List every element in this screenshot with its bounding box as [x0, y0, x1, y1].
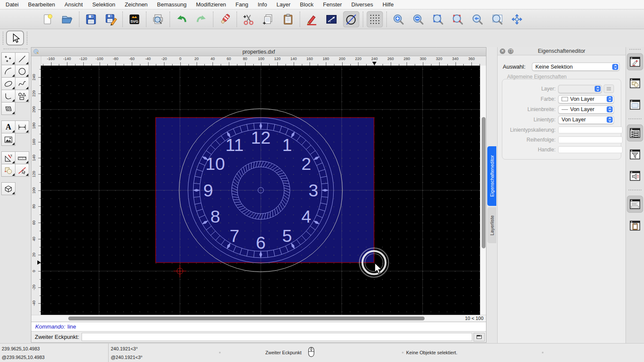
tab-layerliste[interactable]: Layerliste [487, 207, 496, 243]
toolbar-button-zoom-select[interactable] [450, 11, 466, 27]
toolbar-button-cut[interactable] [240, 11, 257, 27]
toolbar-button-redo[interactable] [193, 11, 210, 27]
toolbar-button-zoom-auto[interactable] [430, 11, 446, 27]
selection-select[interactable]: Keine Selektion [532, 63, 620, 71]
menu-item-datei[interactable]: Datei [1, 0, 23, 9]
dock-button-shapes-dock[interactable] [627, 75, 643, 92]
vertical-scrollbar[interactable] [480, 66, 486, 315]
linetype-select[interactable]: Von Layer [558, 116, 614, 124]
toolbar-button-pencil-draw[interactable] [304, 11, 320, 27]
order-field[interactable] [558, 136, 623, 143]
v-ruler-label: 180 [32, 120, 36, 132]
drawing-canvas[interactable]: 121234567891011 [41, 66, 480, 315]
svg-text:10: 10 [205, 154, 225, 174]
toolbar-button-open-folder[interactable] [59, 11, 76, 27]
menu-item-layer[interactable]: Layer [272, 0, 295, 9]
dock-button-list-dock[interactable] [627, 124, 643, 142]
dock-button-blank-dock[interactable] [627, 96, 643, 113]
command-input[interactable] [82, 333, 472, 341]
menu-item-bemassung[interactable]: Bemassung [152, 0, 191, 9]
menu-item-hilfe[interactable]: Hilfe [378, 0, 398, 9]
v-ruler-label: -20 [32, 281, 36, 293]
toolbar-button-line-tool[interactable] [323, 11, 340, 27]
palette-button-cad-tools[interactable] [1, 151, 15, 164]
dock-button-clipboard-dock[interactable] [627, 217, 643, 234]
h-ruler-major-tick [439, 62, 440, 66]
toolbar-drag-handle[interactable] [3, 32, 3, 45]
toolbar-button-circle-line-tool[interactable] [343, 11, 359, 27]
palette-button-box-3d[interactable] [1, 182, 15, 195]
dimension-icon [17, 122, 27, 132]
toolbar-drag-handle[interactable] [27, 32, 27, 45]
menu-item-fenster[interactable]: Fenster [318, 0, 346, 9]
palette-button-ellipse[interactable] [1, 77, 15, 90]
menu-item-info[interactable]: Info [253, 0, 272, 9]
toolbar-button-print-preview[interactable] [150, 11, 166, 27]
menu-item-block[interactable]: Block [295, 0, 318, 9]
menu-item-zeichnen[interactable]: Zeichnen [120, 0, 152, 9]
dock-drag-handle[interactable] [629, 49, 641, 50]
svg-text:9: 9 [203, 181, 213, 200]
detach-icon[interactable]: ❐ [508, 48, 513, 54]
h-ruler-major-tick [51, 62, 52, 66]
block-dock-icon [629, 169, 641, 182]
palette-button-line[interactable] [15, 52, 29, 65]
linetypescale-field[interactable] [558, 127, 623, 133]
toolbar-button-svg-export[interactable]: SVG [126, 11, 143, 27]
toolbar-button-zoom-out[interactable] [410, 11, 426, 27]
tab-eigenschafteneditor[interactable]: Eigenschafteneditor [487, 146, 496, 206]
toolbar-button-undo[interactable] [173, 11, 190, 27]
dock-button-filter-dock[interactable] [627, 146, 643, 163]
layer-menu-button[interactable] [604, 84, 614, 93]
linetypescale-label: Linientypskalierung: [502, 127, 558, 133]
layer-select[interactable] [558, 85, 602, 93]
palette-button-explode[interactable] [1, 164, 15, 177]
h-ruler-major-tick [294, 62, 294, 66]
print-preview-icon [152, 13, 164, 26]
toolbar-button-zoom-window[interactable] [489, 11, 505, 27]
menu-item-ansicht[interactable]: Ansicht [60, 0, 88, 9]
menu-item-bearbeiten[interactable]: Bearbeiten [23, 0, 60, 9]
toolbar-button-zoom-in[interactable] [390, 11, 407, 27]
toolbar-button-save-as[interactable] [103, 11, 119, 27]
toolbar-button-save[interactable] [83, 11, 99, 27]
toolbar-button-copy[interactable] [260, 11, 276, 27]
palette-button-points[interactable] [1, 52, 15, 65]
drawing-window-titlebar[interactable]: properties.dxf [31, 48, 486, 56]
palette-button-measure[interactable] [15, 151, 29, 164]
palette-button-hatch[interactable] [1, 102, 15, 115]
linewidth-select[interactable]: Von Layer [558, 106, 614, 114]
dock-button-block-dock[interactable] [627, 167, 643, 184]
menu-item-fang[interactable]: Fang [231, 0, 253, 9]
menu-item-diverses[interactable]: Diverses [346, 0, 378, 9]
toolbar-button-zoom-previous[interactable] [469, 11, 486, 27]
palette-button-spline[interactable] [15, 77, 29, 90]
menu-item-modifizieren[interactable]: Modifizieren [191, 0, 231, 9]
toolbar-separator [146, 12, 146, 27]
palette-button-polyline[interactable] [1, 90, 15, 103]
palette-button-dimension[interactable] [15, 121, 29, 133]
palette-button-delete-entity[interactable] [15, 164, 29, 177]
toolbar-button-pan[interactable] [509, 11, 525, 27]
horizontal-scrollbar[interactable]: 10 < 100 [31, 315, 486, 322]
horizontal-scrollbar-thumb[interactable] [68, 317, 425, 320]
color-select[interactable]: Von Layer [558, 95, 614, 103]
toolbar-button-eraser[interactable] [217, 11, 233, 27]
dock-button-command-dock[interactable] [627, 196, 643, 213]
command-window-button[interactable] [474, 333, 485, 341]
palette-button-text[interactable]: A [1, 121, 15, 133]
palette-button-arc[interactable] [1, 65, 15, 78]
toolbar-button-grid-toggle[interactable] [367, 11, 383, 27]
svg-text:3: 3 [308, 181, 318, 200]
palette-button-image[interactable] [1, 133, 15, 146]
vertical-scrollbar-thumb[interactable] [482, 117, 486, 248]
close-icon[interactable]: ✕ [500, 48, 505, 54]
toolbar-button-paste[interactable] [280, 11, 296, 27]
selection-tool-button[interactable] [6, 30, 24, 45]
handle-field[interactable] [558, 146, 623, 153]
dock-button-pen-dock[interactable] [627, 53, 643, 70]
palette-button-circle[interactable] [15, 65, 29, 78]
toolbar-button-new-file[interactable] [39, 11, 56, 27]
palette-button-shapes[interactable] [15, 90, 29, 103]
menu-item-selektion[interactable]: Selektion [88, 0, 120, 9]
